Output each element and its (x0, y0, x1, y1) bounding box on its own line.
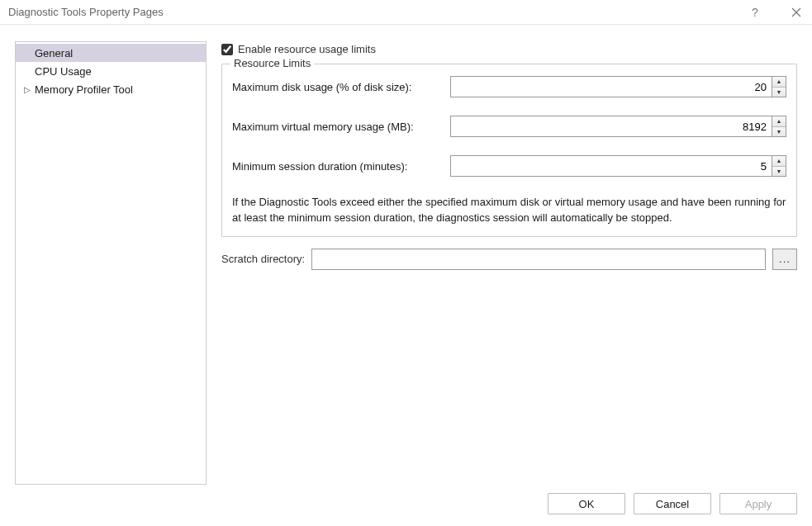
content-panel: Enable resource usage limits Resource Li… (221, 41, 797, 485)
sidebar-item-label: General (35, 47, 73, 59)
group-legend: Resource Limits (230, 57, 314, 69)
close-button[interactable] (789, 5, 804, 20)
max-vm-row: Maximum virtual memory usage (MB): ▲ ▼ (232, 116, 786, 137)
min-session-input[interactable] (450, 155, 772, 177)
max-disk-label: Maximum disk usage (% of disk size): (232, 81, 450, 93)
max-disk-input[interactable] (450, 76, 772, 97)
max-disk-row: Maximum disk usage (% of disk size): ▲ ▼ (232, 76, 786, 97)
ok-button[interactable]: OK (548, 493, 625, 514)
dialog-body: General CPU Usage ▷ Memory Profiler Tool… (0, 25, 812, 485)
sidebar-item-general[interactable]: General (16, 44, 206, 62)
help-button[interactable]: ? (748, 5, 762, 20)
enable-limits-checkbox[interactable] (221, 44, 233, 55)
max-vm-input[interactable] (450, 116, 772, 137)
enable-limits-label: Enable resource usage limits (238, 43, 376, 55)
close-icon (791, 7, 801, 17)
button-bar: OK Cancel Apply (548, 493, 797, 514)
min-session-down-button[interactable]: ▼ (772, 167, 786, 177)
max-vm-spinner: ▲ ▼ (450, 116, 786, 137)
window-title: Diagnostic Tools Property Pages (8, 6, 748, 18)
min-session-row: Minimum session duration (minutes): ▲ ▼ (232, 155, 786, 177)
scratch-input[interactable] (311, 249, 766, 270)
titlebar-controls: ? (748, 5, 804, 20)
min-session-up-button[interactable]: ▲ (772, 156, 786, 167)
max-disk-down-button[interactable]: ▼ (772, 88, 786, 97)
max-disk-spinner-buttons: ▲ ▼ (772, 76, 786, 97)
max-vm-label: Maximum virtual memory usage (MB): (232, 121, 450, 133)
min-session-label: Minimum session duration (minutes): (232, 160, 450, 173)
max-vm-spinner-buttons: ▲ ▼ (772, 116, 786, 137)
resource-limits-group: Resource Limits Maximum disk usage (% of… (221, 64, 797, 237)
min-session-spinner-buttons: ▲ ▼ (772, 155, 786, 177)
group-description: If the Diagnostic Tools exceed either th… (232, 195, 786, 226)
apply-button[interactable]: Apply (719, 493, 797, 514)
expand-icon[interactable]: ▷ (22, 85, 32, 94)
browse-button[interactable]: ... (772, 249, 797, 270)
sidebar-item-memory-profiler[interactable]: ▷ Memory Profiler Tool (16, 80, 206, 98)
max-disk-up-button[interactable]: ▲ (772, 77, 786, 88)
sidebar: General CPU Usage ▷ Memory Profiler Tool (15, 41, 207, 485)
enable-limits-row: Enable resource usage limits (221, 43, 797, 55)
sidebar-item-cpu-usage[interactable]: CPU Usage (16, 62, 206, 80)
max-vm-down-button[interactable]: ▼ (772, 127, 786, 137)
min-session-spinner: ▲ ▼ (450, 155, 786, 177)
scratch-label: Scratch directory: (221, 253, 305, 265)
titlebar: Diagnostic Tools Property Pages ? (0, 0, 812, 25)
scratch-row: Scratch directory: ... (221, 249, 797, 270)
max-vm-up-button[interactable]: ▲ (772, 116, 786, 127)
cancel-button[interactable]: Cancel (634, 493, 711, 514)
max-disk-spinner: ▲ ▼ (450, 76, 786, 97)
sidebar-item-label: CPU Usage (35, 65, 92, 78)
sidebar-item-label: Memory Profiler Tool (35, 83, 133, 96)
